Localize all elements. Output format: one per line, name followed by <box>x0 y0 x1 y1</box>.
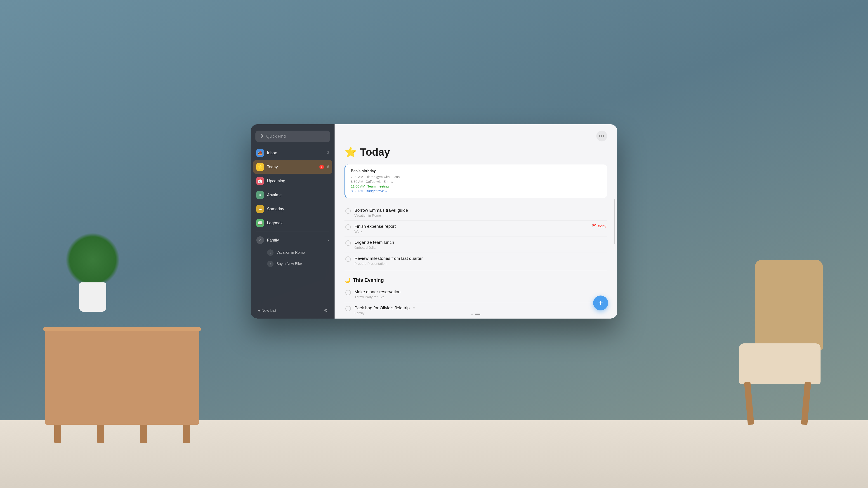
task-text-2: Organize team lunch Onboard Julia <box>354 240 606 250</box>
chair <box>733 289 827 425</box>
dresser <box>45 330 199 425</box>
search-bar[interactable]: 🎙 Quick Find <box>255 131 330 142</box>
microphone-icon: 🎙 <box>259 134 264 139</box>
task-checkbox-e1[interactable] <box>345 306 351 311</box>
sidebar-item-buy-a-new-bike[interactable]: ○ Buy a New Bike <box>253 258 332 269</box>
someday-icon: ☁ <box>256 205 264 213</box>
sidebar-item-someday-label: Someday <box>267 207 329 212</box>
bike-icon: ○ <box>267 261 274 267</box>
task-item-borrow-guide: Borrow Emma's travel guide Vacation in R… <box>344 205 607 221</box>
logbook-icon: 📖 <box>256 219 264 227</box>
settings-button[interactable]: ⚙ <box>321 306 330 315</box>
sidebar-item-upcoming[interactable]: 📅 Upcoming <box>253 174 332 188</box>
task-title-0: Borrow Emma's travel guide <box>354 208 606 213</box>
event-text-1: Coffee with Emma <box>366 180 393 184</box>
flag-icon: 🚩 <box>592 224 596 228</box>
sidebar: 🎙 Quick Find 📥 Inbox 3 ⭐ Today 1 6 📅 Upc… <box>251 124 335 319</box>
page-title-row: ⭐ Today <box>344 146 607 158</box>
time-1: 8:30 AM <box>351 180 363 184</box>
sidebar-item-vacation-label: Vacation in Rome <box>276 251 305 255</box>
scroll-dots <box>471 314 480 315</box>
search-placeholder: Quick Find <box>266 134 286 139</box>
task-badge-today: 🚩 today <box>592 224 606 228</box>
sidebar-item-inbox-label: Inbox <box>267 151 324 156</box>
sidebar-item-inbox[interactable]: 📥 Inbox 3 <box>253 146 332 160</box>
task-title-2: Organize team lunch <box>354 240 606 245</box>
app-window: 🎙 Quick Find 📥 Inbox 3 ⭐ Today 1 6 📅 Upc… <box>251 124 617 319</box>
sidebar-item-upcoming-label: Upcoming <box>267 179 329 184</box>
task-checkbox-1[interactable] <box>345 224 351 230</box>
task-checkbox-2[interactable] <box>345 240 351 246</box>
nav-section: 📥 Inbox 3 ⭐ Today 1 6 📅 Upcoming ≡ Anyti… <box>251 146 335 303</box>
task-subtitle-2: Onboard Julia <box>354 246 606 250</box>
task-subtitle-3: Prepare Presentation <box>354 262 606 265</box>
time-3: 3:30 PM <box>351 189 364 193</box>
calendar-event-0: 7:00 AM Hit the gym with Lucas <box>351 174 602 179</box>
task-item-organize-lunch: Organize team lunch Onboard Julia <box>344 237 607 253</box>
family-group-icon: ○ <box>256 236 264 244</box>
sidebar-footer: + New List ⚙ <box>251 303 335 319</box>
inbox-count: 3 <box>327 151 329 155</box>
add-task-button[interactable]: + <box>593 295 608 311</box>
main-content: ••• ⭐ Today Ben's birthday 7:00 AM Hit t… <box>335 124 617 319</box>
task-item-pack-bag: Pack bag for Olivia's field trip ≡ Famil… <box>344 302 607 318</box>
event-text-0: Hit the gym with Lucas <box>366 175 400 179</box>
settings-icon: ⚙ <box>324 308 328 313</box>
moon-icon: 🌙 <box>344 277 350 283</box>
vacation-icon: ○ <box>267 250 274 256</box>
sidebar-item-anytime[interactable]: ≡ Anytime <box>253 188 332 202</box>
task-title-1: Finish expense report <box>354 224 588 229</box>
time-2: 11:00 AM <box>351 184 365 188</box>
sidebar-item-logbook-label: Logbook <box>267 221 329 225</box>
more-options-button[interactable]: ••• <box>596 131 607 141</box>
event-text-2: Team meeting <box>367 184 389 188</box>
sidebar-item-bike-label: Buy a New Bike <box>276 262 302 266</box>
sidebar-item-today-label: Today <box>267 165 316 169</box>
calendar-event-2: 11:00 AM Team meeting <box>351 184 602 189</box>
dot-0 <box>471 314 473 315</box>
task-text-e0: Make dinner reservation Throw Party for … <box>354 289 606 299</box>
sidebar-item-logbook[interactable]: 📖 Logbook <box>253 216 332 230</box>
inbox-icon: 📥 <box>256 149 264 157</box>
task-text-3: Review milestones from last quarter Prep… <box>354 256 606 265</box>
evening-section-header: 🌙 This Evening <box>344 271 607 286</box>
sidebar-group-family[interactable]: ○ Family ▾ <box>253 234 332 247</box>
calendar-event-3: 3:30 PM Budget review <box>351 189 602 193</box>
more-icon: ••• <box>599 133 604 139</box>
sidebar-item-today[interactable]: ⭐ Today 1 6 <box>253 160 332 174</box>
sidebar-item-someday[interactable]: ☁ Someday <box>253 202 332 216</box>
today-badge: 1 <box>319 165 324 169</box>
today-count: 6 <box>327 165 329 169</box>
task-text-e1: Pack bag for Olivia's field trip ≡ Famil… <box>354 305 606 315</box>
plant-leaves <box>66 233 120 287</box>
task-item-review-milestones: Review milestones from last quarter Prep… <box>344 253 607 269</box>
task-checkbox-e0[interactable] <box>345 290 351 295</box>
badge-label: today <box>598 224 606 228</box>
evening-section-title: This Evening <box>353 277 384 283</box>
content-scroll[interactable]: ⭐ Today Ben's birthday 7:00 AM Hit the g… <box>335 144 617 319</box>
upcoming-icon: 📅 <box>256 177 264 185</box>
task-text-1: Finish expense report Work <box>354 224 588 233</box>
calendar-event-1: 8:30 AM Coffee with Emma <box>351 179 602 184</box>
today-title-icon: ⭐ <box>344 146 357 158</box>
calendar-card: Ben's birthday 7:00 AM Hit the gym with … <box>344 164 607 198</box>
sidebar-item-vacation-in-rome[interactable]: ○ Vacation in Rome <box>253 247 332 258</box>
event-text-3: Budget review <box>366 189 387 193</box>
task-checkbox-3[interactable] <box>345 256 351 262</box>
scrollbar[interactable] <box>614 199 615 244</box>
fab-icon: + <box>598 299 603 307</box>
calendar-birthday: Ben's birthday <box>351 169 602 173</box>
task-subtitle-1: Work <box>354 230 588 233</box>
sidebar-group-family-label: Family <box>267 238 324 242</box>
new-list-label: + New List <box>258 308 276 313</box>
chevron-down-icon: ▾ <box>328 238 329 242</box>
plant-pot <box>79 283 106 312</box>
new-list-button[interactable]: + New List <box>255 306 319 315</box>
task-title-e0: Make dinner reservation <box>354 289 606 294</box>
today-icon: ⭐ <box>256 163 264 171</box>
task-subtitle-0: Vacation in Rome <box>354 214 606 217</box>
task-item-dinner: Make dinner reservation Throw Party for … <box>344 286 607 302</box>
dot-1 <box>475 314 480 315</box>
task-subtitle-e1: Family <box>354 311 606 315</box>
task-checkbox-0[interactable] <box>345 208 351 214</box>
